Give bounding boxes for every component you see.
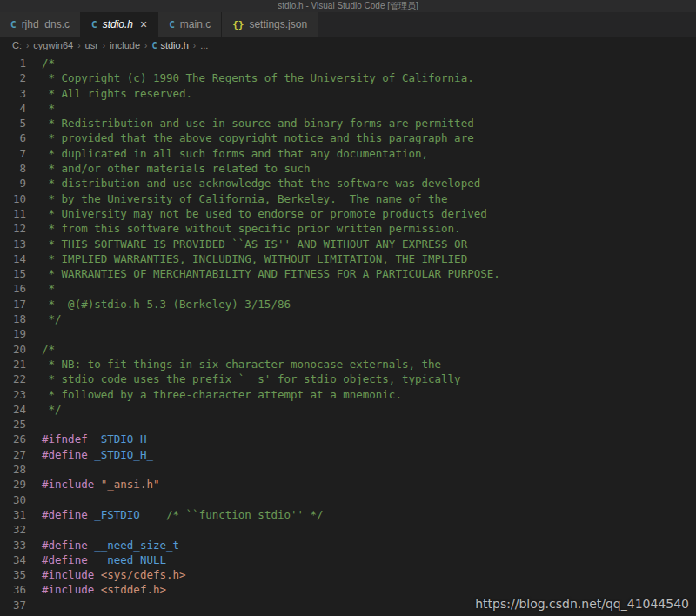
code-line[interactable]: 23 * followed by a three-character attem… bbox=[0, 387, 696, 402]
tab-settings.json[interactable]: {}settings.json bbox=[222, 12, 318, 37]
token-comment: * distribution and use acknowledge that … bbox=[42, 177, 480, 190]
code-text: * bbox=[26, 281, 55, 296]
code-text: #include <stddef.h> bbox=[26, 582, 166, 597]
code-line[interactable]: 10 * by the University of California, Be… bbox=[0, 191, 696, 206]
code-line[interactable]: 6 * provided that the above copyright no… bbox=[0, 131, 696, 145]
code-text: * duplicated in all such forms and that … bbox=[26, 146, 428, 161]
code-line[interactable]: 29#include "_ansi.h" bbox=[0, 477, 696, 492]
token-comment: * NB: to fit things in six character mon… bbox=[42, 358, 441, 371]
code-text: #define _FSTDIO /* ``function stdio'' */ bbox=[26, 507, 324, 522]
breadcrumb-item-include[interactable]: include bbox=[108, 40, 142, 50]
code-line[interactable]: 31#define _FSTDIO /* ``function stdio'' … bbox=[0, 507, 696, 522]
token-comment: */ bbox=[42, 403, 62, 416]
line-number: 7 bbox=[0, 146, 26, 161]
line-number: 25 bbox=[0, 417, 26, 432]
token-prep: #include bbox=[42, 583, 101, 596]
breadcrumb-item-[interactable]: ... bbox=[198, 40, 210, 50]
line-number: 16 bbox=[0, 281, 26, 296]
code-line[interactable]: 36#include <stddef.h> bbox=[0, 582, 696, 597]
line-number: 15 bbox=[0, 266, 26, 281]
code-text: #ifndef _STDIO_H_ bbox=[26, 432, 153, 446]
token-comment: * bbox=[42, 102, 55, 115]
line-number: 10 bbox=[0, 191, 26, 206]
code-text bbox=[26, 462, 42, 477]
token-comment: * from this software without specific pr… bbox=[42, 222, 461, 235]
code-line[interactable]: 16 * bbox=[0, 281, 696, 296]
breadcrumb-item-usr[interactable]: usr bbox=[84, 40, 100, 50]
code-line[interactable]: 20/* bbox=[0, 342, 696, 357]
code-line[interactable]: 9 * distribution and use acknowledge tha… bbox=[0, 176, 696, 191]
code-line[interactable]: 24 */ bbox=[0, 402, 696, 417]
code-line[interactable]: 1/* bbox=[0, 56, 696, 70]
code-line[interactable]: 22 * stdio code uses the prefix `__s' fo… bbox=[0, 372, 696, 386]
code-line[interactable]: 14 * IMPLIED WARRANTIES, INCLUDING, WITH… bbox=[0, 251, 696, 266]
code-text bbox=[26, 522, 42, 537]
code-text: #define _STDIO_H_ bbox=[26, 447, 153, 462]
breadcrumb-item-cygwin64[interactable]: cygwin64 bbox=[31, 40, 75, 50]
code-editor: 1/*2 * Copyright (c) 1990 The Regents of… bbox=[0, 54, 696, 613]
line-number: 33 bbox=[0, 538, 26, 552]
code-line[interactable]: 28 bbox=[0, 462, 696, 477]
token-macro: __need_size_t bbox=[94, 539, 179, 552]
token-string: <stddef.h> bbox=[101, 583, 166, 596]
line-number: 26 bbox=[0, 432, 26, 446]
line-number: 28 bbox=[0, 462, 26, 477]
code-text: * IMPLIED WARRANTIES, INCLUDING, WITHOUT… bbox=[26, 251, 467, 266]
token-string: "_ansi.h" bbox=[101, 478, 160, 491]
code-line[interactable]: 18 */ bbox=[0, 311, 696, 326]
code-line[interactable]: 30 bbox=[0, 492, 696, 507]
breadcrumb-item-stdioh[interactable]: Cstdio.h bbox=[150, 40, 190, 50]
token-comment: * and/or other materials related to such bbox=[42, 162, 311, 175]
code-line[interactable]: 4 * bbox=[0, 101, 696, 116]
tab-label: rjhd_dns.c bbox=[22, 18, 70, 30]
code-text: * THIS SOFTWARE IS PROVIDED ``AS IS'' AN… bbox=[26, 237, 467, 251]
tab-bar: Crjhd_dns.cCstdio.h×Cmain.c{}settings.js… bbox=[0, 12, 696, 37]
token-macro: _STDIO_H_ bbox=[94, 432, 153, 445]
code-line[interactable]: 34#define __need_NULL bbox=[0, 552, 696, 567]
token-comment: * by the University of California, Berke… bbox=[42, 192, 448, 205]
line-number: 9 bbox=[0, 176, 26, 191]
close-icon[interactable]: × bbox=[140, 18, 147, 30]
code-line[interactable]: 33#define __need_size_t bbox=[0, 538, 696, 552]
line-number: 13 bbox=[0, 237, 26, 251]
code-text bbox=[26, 598, 42, 613]
code-text: * from this software without specific pr… bbox=[26, 221, 461, 236]
tab-main.c[interactable]: Cmain.c bbox=[158, 12, 222, 37]
code-line[interactable]: 15 * WARRANTIES OF MERCHANTABILITY AND F… bbox=[0, 266, 696, 281]
code-line[interactable]: 26#ifndef _STDIO_H_ bbox=[0, 432, 696, 446]
code-text: * distribution and use acknowledge that … bbox=[26, 176, 480, 191]
token-macro: __need_NULL bbox=[94, 553, 166, 566]
line-number: 19 bbox=[0, 326, 26, 341]
code-line[interactable]: 25 bbox=[0, 417, 696, 432]
code-line[interactable]: 21 * NB: to fit things in six character … bbox=[0, 357, 696, 372]
code-line[interactable]: 17 * @(#)stdio.h 5.3 (Berkeley) 3/15/86 bbox=[0, 297, 696, 311]
code-line[interactable]: 7 * duplicated in all such forms and tha… bbox=[0, 146, 696, 161]
code-text bbox=[26, 326, 42, 341]
code-line[interactable]: 8 * and/or other materials related to su… bbox=[0, 161, 696, 176]
line-number: 36 bbox=[0, 582, 26, 597]
line-number: 11 bbox=[0, 206, 26, 221]
tab-stdio.h[interactable]: Cstdio.h× bbox=[81, 12, 158, 37]
tab-label: settings.json bbox=[249, 18, 307, 30]
code-line[interactable]: 2 * Copyright (c) 1990 The Regents of th… bbox=[0, 70, 696, 85]
code-line[interactable]: 3 * All rights reserved. bbox=[0, 86, 696, 101]
code-line[interactable]: 19 bbox=[0, 326, 696, 341]
code-line[interactable]: 32 bbox=[0, 522, 696, 537]
code-text: * All rights reserved. bbox=[26, 86, 192, 101]
token-prep: #define bbox=[42, 553, 94, 566]
c-file-icon: C bbox=[10, 19, 17, 30]
breadcrumb-item-C[interactable]: C: bbox=[10, 40, 23, 50]
code-text: * University may not be used to endorse … bbox=[26, 206, 487, 221]
code-text: * Redistribution and use in source and b… bbox=[26, 116, 474, 131]
code-line[interactable]: 11 * University may not be used to endor… bbox=[0, 206, 696, 221]
token-comment: * bbox=[42, 282, 55, 295]
code-text: */ bbox=[26, 402, 62, 417]
code-line[interactable]: 12 * from this software without specific… bbox=[0, 221, 696, 236]
line-number: 8 bbox=[0, 161, 26, 176]
code-line[interactable]: 27#define _STDIO_H_ bbox=[0, 447, 696, 462]
token-prep: #define bbox=[42, 448, 94, 461]
tab-rjhd_dns.c[interactable]: Crjhd_dns.c bbox=[0, 12, 81, 37]
code-line[interactable]: 5 * Redistribution and use in source and… bbox=[0, 116, 696, 131]
code-line[interactable]: 13 * THIS SOFTWARE IS PROVIDED ``AS IS''… bbox=[0, 237, 696, 251]
code-line[interactable]: 35#include <sys/cdefs.h> bbox=[0, 567, 696, 582]
